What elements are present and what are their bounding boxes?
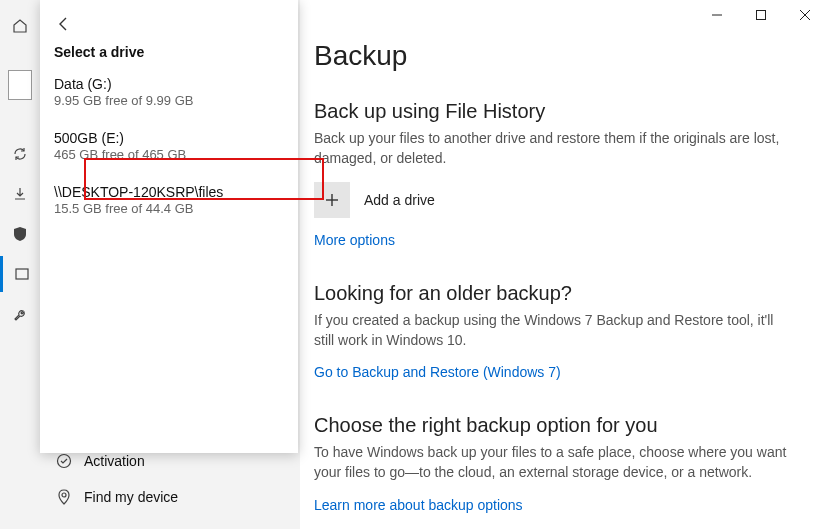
- sidebar-item-find-device[interactable]: Find my device: [56, 479, 284, 515]
- back-button[interactable]: [50, 10, 78, 38]
- more-options-link[interactable]: More options: [314, 232, 799, 248]
- drive-free-space: 15.5 GB free of 44.4 GB: [54, 201, 284, 216]
- minimize-button[interactable]: [695, 0, 739, 30]
- add-drive-button[interactable]: [314, 182, 350, 218]
- titlebar: [695, 0, 827, 30]
- svg-point-6: [62, 493, 66, 497]
- nav-rail: [0, 0, 40, 529]
- sidebar-item-label: Activation: [84, 453, 145, 469]
- sync-icon[interactable]: [0, 136, 40, 172]
- svg-point-5: [58, 455, 71, 468]
- backup-restore-link[interactable]: Go to Backup and Restore (Windows 7): [314, 364, 799, 380]
- drive-free-space: 465 GB free of 465 GB: [54, 147, 284, 162]
- sidebar-item-label: Find my device: [84, 489, 178, 505]
- shield-icon[interactable]: [0, 216, 40, 252]
- check-circle-icon: [56, 453, 72, 469]
- location-icon: [56, 489, 72, 505]
- section-older-backup: Looking for an older backup? If you crea…: [314, 282, 799, 380]
- drive-item[interactable]: 500GB (E:) 465 GB free of 465 GB: [40, 124, 298, 168]
- maximize-button[interactable]: [739, 0, 783, 30]
- page-title: Backup: [314, 40, 799, 72]
- section-title: Back up using File History: [314, 100, 799, 123]
- learn-backup-link[interactable]: Learn more about backup options: [314, 497, 799, 513]
- backup-tab-icon[interactable]: [0, 256, 40, 292]
- arrow-left-icon: [56, 16, 72, 32]
- drive-item[interactable]: \\DESKTOP-120KSRP\files 15.5 GB free of …: [40, 178, 298, 222]
- close-button[interactable]: [783, 0, 827, 30]
- svg-rect-1: [757, 11, 766, 20]
- section-title: Choose the right backup option for you: [314, 414, 799, 437]
- section-desc: If you created a backup using the Window…: [314, 311, 794, 350]
- flyout-title: Select a drive: [40, 44, 298, 70]
- main-content: Backup Back up using File History Back u…: [300, 0, 827, 529]
- section-desc: Back up your files to another drive and …: [314, 129, 794, 168]
- section-desc: To have Windows back up your files to a …: [314, 443, 794, 482]
- save-icon[interactable]: [0, 176, 40, 212]
- drive-item[interactable]: Data (G:) 9.95 GB free of 9.99 GB: [40, 70, 298, 114]
- select-drive-flyout: Select a drive Data (G:) 9.95 GB free of…: [40, 0, 298, 453]
- home-icon[interactable]: [0, 8, 40, 44]
- section-file-history: Back up using File History Back up your …: [314, 100, 799, 248]
- add-drive-row: Add a drive: [314, 182, 799, 218]
- drive-name: 500GB (E:): [54, 130, 284, 146]
- drive-name: \\DESKTOP-120KSRP\files: [54, 184, 284, 200]
- svg-rect-4: [16, 269, 28, 279]
- section-choose-option: Choose the right backup option for you T…: [314, 414, 799, 512]
- drive-name: Data (G:): [54, 76, 284, 92]
- section-title: Looking for an older backup?: [314, 282, 799, 305]
- plus-icon: [324, 192, 340, 208]
- drive-free-space: 9.95 GB free of 9.99 GB: [54, 93, 284, 108]
- troubleshoot-icon[interactable]: [0, 296, 40, 332]
- add-drive-label: Add a drive: [364, 192, 435, 208]
